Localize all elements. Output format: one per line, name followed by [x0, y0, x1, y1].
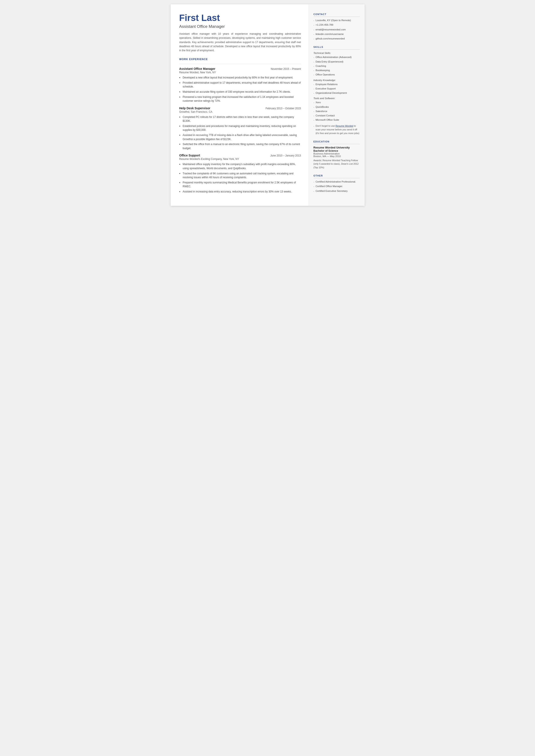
- skills-section: SKILLS Technical Skills: Office Administ…: [314, 46, 360, 135]
- job-2-bullet-2: Established policies and procedures for …: [179, 124, 301, 132]
- job-3-bullet-2: Tracked the complaints of 6K customers u…: [179, 172, 301, 180]
- job-2-bullet-1: Completed PC rollouts for 17 districts w…: [179, 115, 301, 123]
- contact-phone: +1-234-456-789: [314, 23, 360, 27]
- contact-github: github.com/resumeworded: [314, 37, 360, 41]
- resume-container: First Last Assistant Office Manager Assi…: [171, 4, 365, 206]
- job-2-title: Help Desk Supervisor: [179, 106, 211, 110]
- job-1: Assistant Office Manager November 2015 –…: [179, 67, 301, 103]
- edu-location: Boston, MA — May 2010: [314, 155, 360, 157]
- job-2-bullet-4: Switched the office from a manual to an …: [179, 142, 301, 150]
- job-2-bullet-3: Assisted in recovering 7TB of missing da…: [179, 133, 301, 141]
- tools-skills-label: Tools and Software:: [314, 97, 360, 99]
- skill-4: Bookkeeping: [314, 69, 360, 72]
- job-3-bullet-1: Maintained office supply inventory for t…: [179, 162, 301, 170]
- tools-skill-1: Xero: [314, 101, 360, 104]
- tools-skill-5: Microsoft Office Suite: [314, 118, 360, 122]
- other-item-2: Certified Office Manager.: [314, 184, 360, 188]
- skills-heading: SKILLS: [314, 46, 360, 49]
- job-2: Help Desk Supervisor February 2013 – Oct…: [179, 106, 301, 151]
- contact-email: email@resumeworded.com: [314, 28, 360, 32]
- job-1-dates: November 2015 – Present: [270, 68, 301, 70]
- work-experience-heading: WORK EXPERIENCE: [179, 58, 301, 62]
- job-3: Office Support June 2010 – January 2013 …: [179, 154, 301, 193]
- job-1-bullet-4: Pioneered a new training program that in…: [179, 95, 301, 103]
- right-column: CONTACT Louisville, KY (Open to Remote) …: [309, 4, 365, 206]
- job-2-dates: February 2013 – October 2015: [266, 107, 301, 110]
- other-heading: OTHER: [314, 174, 360, 178]
- summary: Assistant office manager with 10 years o…: [179, 32, 301, 53]
- job-2-bullets: Completed PC rollouts for 17 districts w…: [179, 115, 301, 151]
- job-3-bullet-4: Assisted in increasing data entry accura…: [179, 190, 301, 194]
- skill-5: Office Operations: [314, 73, 360, 76]
- industry-skill-2: Executive Support: [314, 87, 360, 91]
- job-3-dates: June 2010 – January 2013: [270, 154, 301, 157]
- name: First Last: [179, 13, 301, 23]
- other-item-3: Certified Executive Secretary.: [314, 189, 360, 193]
- job-1-title: Assistant Office Manager: [179, 67, 215, 70]
- industry-skills-label: Industry Knowledge:: [314, 79, 360, 81]
- contact-linkedin: linkedin.com/in/username: [314, 32, 360, 36]
- job-3-company: Resume Worded's Exciting Company, New Yo…: [179, 157, 301, 160]
- job-3-bullet-3: Prepared monthly reports summarizing Med…: [179, 181, 301, 188]
- edu-awards: Awards: Resume Worded Teaching Fellow (o…: [314, 159, 360, 169]
- contact-heading: CONTACT: [314, 13, 360, 17]
- left-column: First Last Assistant Office Manager Assi…: [171, 4, 309, 206]
- education-heading: EDUCATION: [314, 140, 360, 144]
- contact-list: Louisville, KY (Open to Remote) +1-234-4…: [314, 18, 360, 41]
- tools-skills-list: Xero QuickBooks Salesforce Constant Cont…: [314, 101, 360, 122]
- skill-2: Data Entry (Experienced): [314, 60, 360, 64]
- tools-skill-4: Constant Contact: [314, 114, 360, 118]
- job-3-header: Office Support June 2010 – January 2013: [179, 154, 301, 157]
- other-section: OTHER Certified Administrative Professio…: [314, 174, 360, 193]
- tools-skill-3: Salesforce: [314, 109, 360, 113]
- promo-link[interactable]: Resume Worded: [335, 125, 353, 127]
- job-1-header: Assistant Office Manager November 2015 –…: [179, 67, 301, 70]
- job-3-bullets: Maintained office supply inventory for t…: [179, 162, 301, 193]
- technical-skills-list: Office Administration (Advanced) Data En…: [314, 55, 360, 76]
- job-1-bullet-3: Maintained an accurate filing system of …: [179, 90, 301, 94]
- promo-pre: Don't forget to use: [316, 125, 336, 127]
- industry-skill-3: Organizational Development: [314, 91, 360, 95]
- technical-skills-label: Technical Skills:: [314, 52, 360, 54]
- job-title: Assistant Office Manager: [179, 24, 301, 29]
- promo-text: Don't forget to use Resume Worded to sca…: [314, 124, 360, 135]
- job-1-bullets: Developed a new office layout that incre…: [179, 76, 301, 103]
- industry-skill-1: Employee Relations: [314, 83, 360, 86]
- edu-university: Resume Worded University: [314, 146, 360, 149]
- other-list: Certified Administrative Professional. C…: [314, 180, 360, 193]
- industry-skills-list: Employee Relations Executive Support Org…: [314, 83, 360, 95]
- job-1-bullet-1: Developed a new office layout that incre…: [179, 76, 301, 80]
- job-1-company: Resume Worded, New York, NY: [179, 71, 301, 74]
- skill-1: Office Administration (Advanced): [314, 55, 360, 59]
- job-1-bullet-2: Provided administrative support to 17 de…: [179, 81, 301, 89]
- job-2-company: Growthsi, San Francisco, CA: [179, 110, 301, 113]
- other-item-1: Certified Administrative Professional.: [314, 180, 360, 183]
- job-3-title: Office Support: [179, 154, 200, 157]
- job-2-header: Help Desk Supervisor February 2013 – Oct…: [179, 106, 301, 110]
- tools-skill-2: QuickBooks: [314, 105, 360, 109]
- edu-field: Business Administration: [314, 153, 360, 155]
- education-section: EDUCATION Resume Worded University Bache…: [314, 140, 360, 169]
- skill-3: Coaching: [314, 64, 360, 68]
- contact-location: Louisville, KY (Open to Remote): [314, 18, 360, 22]
- edu-degree: Bachelor of Science: [314, 149, 360, 153]
